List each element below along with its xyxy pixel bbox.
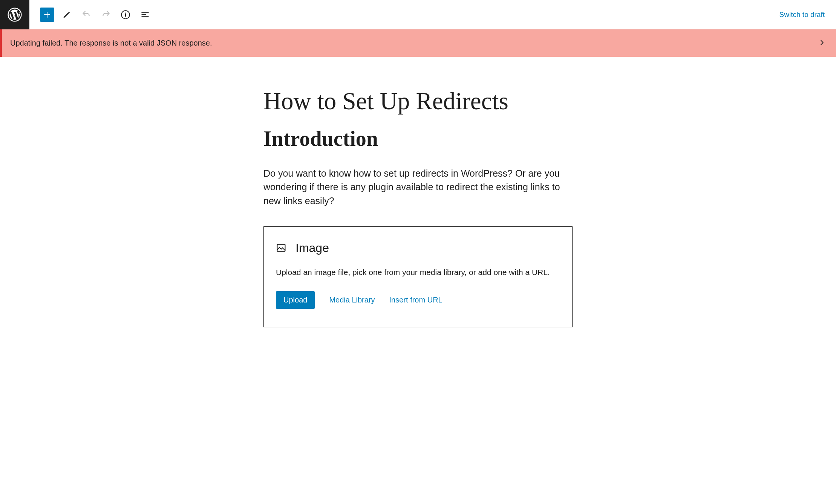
image-block-header: Image — [276, 241, 560, 255]
svg-rect-2 — [277, 244, 285, 252]
wordpress-icon — [8, 8, 22, 22]
undo-button[interactable] — [79, 8, 93, 22]
wordpress-logo-button[interactable] — [0, 0, 29, 29]
outline-button[interactable] — [138, 8, 152, 22]
error-banner: Updating failed. The response is not a v… — [0, 29, 836, 57]
image-block-placeholder[interactable]: Image Upload an image file, pick one fro… — [263, 226, 573, 327]
post-title[interactable]: How to Set Up Redirects — [263, 87, 573, 115]
post-paragraph[interactable]: Do you want to know how to set up redire… — [263, 166, 573, 208]
insert-from-url-button[interactable]: Insert from URL — [389, 296, 442, 304]
info-icon — [121, 10, 130, 20]
editor-content: How to Set Up Redirects Introduction Do … — [260, 57, 576, 342]
edit-mode-button[interactable] — [60, 8, 74, 22]
upload-button[interactable]: Upload — [276, 291, 315, 309]
dismiss-error-button[interactable] — [816, 37, 828, 49]
image-block-title: Image — [296, 241, 329, 255]
add-block-button[interactable] — [40, 8, 54, 22]
post-heading[interactable]: Introduction — [263, 127, 573, 151]
pencil-icon — [62, 10, 72, 20]
details-button[interactable] — [118, 8, 133, 22]
image-block-actions: Upload Media Library Insert from URL — [276, 291, 560, 309]
image-block-description: Upload an image file, pick one from your… — [276, 268, 560, 277]
redo-icon — [101, 10, 111, 20]
undo-icon — [81, 10, 91, 20]
switch-to-draft-button[interactable]: Switch to draft — [779, 11, 825, 19]
toolbar-left-group — [29, 8, 152, 22]
image-icon — [276, 243, 286, 253]
plus-icon — [43, 10, 52, 19]
editor-toolbar: Switch to draft — [0, 0, 836, 29]
redo-button[interactable] — [99, 8, 113, 22]
toolbar-right-group: Switch to draft — [779, 11, 836, 19]
chevron-right-icon — [818, 38, 826, 47]
list-view-icon — [140, 10, 150, 20]
media-library-button[interactable]: Media Library — [329, 296, 375, 304]
error-message: Updating failed. The response is not a v… — [10, 39, 212, 47]
